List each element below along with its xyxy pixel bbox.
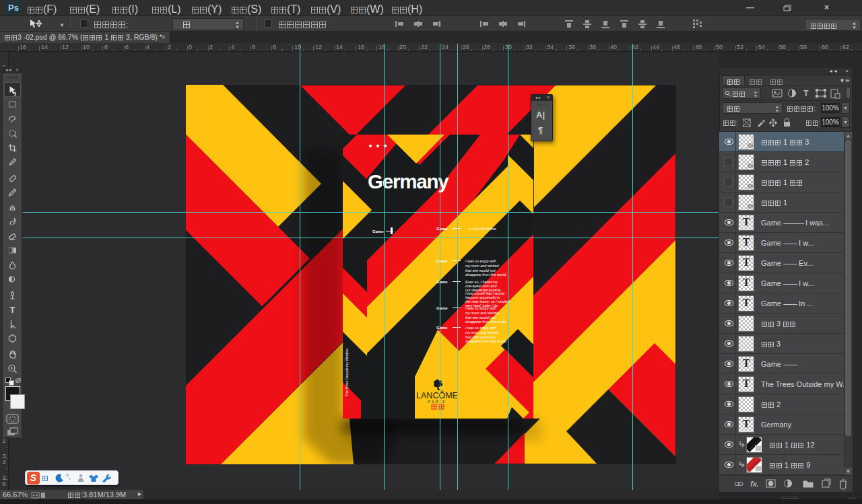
- svg-text:disappear from this world.: disappear from this world.: [465, 320, 507, 324]
- svg-text:Game: Game: [436, 280, 448, 284]
- svg-text:PARIS: PARIS: [428, 400, 446, 404]
- svg-text:Game: Game: [436, 306, 448, 310]
- svg-text:Germany: Germany: [368, 170, 449, 192]
- svg-text:disappear from this world.: disappear from this world.: [465, 339, 507, 343]
- svg-text:I was so angry with: I was so angry with: [465, 306, 496, 310]
- svg-text:my mom and wished: my mom and wished: [465, 264, 499, 268]
- svg-text:that she would just: that she would just: [465, 316, 496, 320]
- svg-text:Game: Game: [436, 227, 448, 231]
- svg-text:in June 5th Embar: in June 5th Embar: [469, 227, 496, 231]
- svg-text:The Trees Outside my Window: The Trees Outside my Window: [345, 349, 349, 396]
- svg-text:I was so angry with: I was so angry with: [465, 259, 496, 263]
- svg-text:disappear from this world.: disappear from this world.: [465, 273, 507, 277]
- svg-text:that she would just: that she would just: [465, 335, 496, 339]
- svg-text:T: T: [10, 305, 15, 315]
- svg-text:my mom and wished: my mom and wished: [465, 311, 499, 315]
- svg-text:fx.: fx.: [750, 480, 759, 488]
- svg-text:Game: Game: [436, 259, 448, 263]
- svg-text:that she would just: that she would just: [465, 268, 496, 273]
- svg-text:.: .: [793, 484, 794, 490]
- svg-text:my mom and wished: my mom and wished: [465, 330, 499, 334]
- svg-text:T: T: [803, 89, 809, 98]
- svg-text:I was so angry with: I was so angry with: [465, 326, 496, 330]
- svg-text:Game: Game: [436, 326, 448, 330]
- svg-text:Game: Game: [372, 229, 384, 233]
